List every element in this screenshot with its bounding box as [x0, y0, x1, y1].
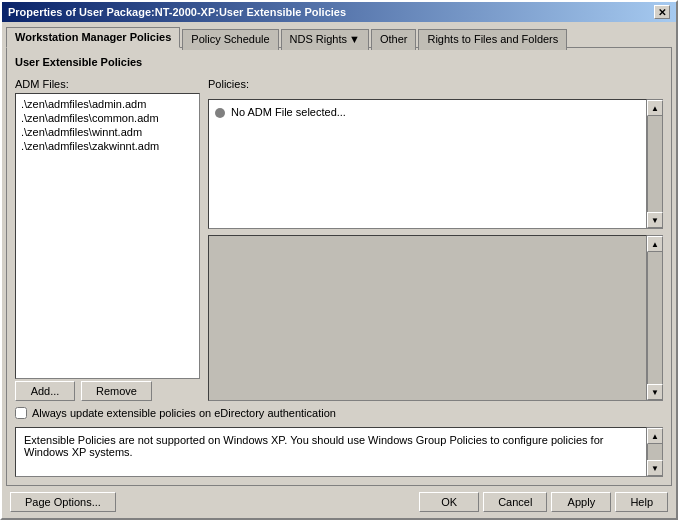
- page-options-button[interactable]: Page Options...: [10, 492, 116, 512]
- tab-policy-schedule[interactable]: Policy Schedule: [182, 29, 278, 50]
- details-scrollbar[interactable]: ▲ ▼: [647, 235, 663, 401]
- details-box: [208, 235, 647, 401]
- policies-label: Policies:: [208, 78, 663, 90]
- panels-row: ADM Files: .\zen\admfiles\admin.adm .\ze…: [15, 78, 663, 401]
- no-adm-text: No ADM File selected...: [231, 106, 346, 118]
- list-item[interactable]: .\zen\admfiles\winnt.adm: [19, 125, 196, 139]
- info-scroll-track: [648, 444, 662, 460]
- adm-files-panel: ADM Files: .\zen\admfiles\admin.adm .\ze…: [15, 78, 200, 401]
- adm-files-list[interactable]: .\zen\admfiles\admin.adm .\zen\admfiles\…: [15, 93, 200, 379]
- details-scroll-track: [648, 252, 662, 384]
- title-bar: Properties of User Package:NT-2000-XP:Us…: [2, 2, 676, 22]
- window-title: Properties of User Package:NT-2000-XP:Us…: [8, 6, 346, 18]
- tab-workstation-manager[interactable]: Workstation Manager Policies: [6, 27, 180, 48]
- bottom-buttons: OK Cancel Apply Help: [419, 492, 668, 512]
- scroll-up-button[interactable]: ▲: [647, 100, 663, 116]
- info-box-wrapper: Extensible Policies are not supported on…: [15, 427, 663, 477]
- bottom-bar: Page Options... OK Cancel Apply Help: [2, 486, 676, 518]
- tab-rights-files[interactable]: Rights to Files and Folders: [418, 29, 567, 50]
- help-button[interactable]: Help: [615, 492, 668, 512]
- info-box: Extensible Policies are not supported on…: [15, 427, 647, 477]
- details-scroll-up[interactable]: ▲: [647, 236, 663, 252]
- dropdown-arrow-icon: ▼: [349, 33, 360, 45]
- adm-files-label: ADM Files:: [15, 78, 200, 90]
- scroll-down-button[interactable]: ▼: [647, 212, 663, 228]
- scroll-track: [648, 116, 662, 212]
- policies-scrollbar[interactable]: ▲ ▼: [647, 99, 663, 229]
- apply-button[interactable]: Apply: [551, 492, 611, 512]
- checkbox-row: Always update extensible policies on eDi…: [15, 407, 663, 419]
- ok-button[interactable]: OK: [419, 492, 479, 512]
- info-scroll-down[interactable]: ▼: [647, 460, 663, 476]
- remove-button[interactable]: Remove: [81, 381, 152, 401]
- adm-buttons-row: Add... Remove: [15, 381, 200, 401]
- cancel-button[interactable]: Cancel: [483, 492, 547, 512]
- policies-panel: Policies: No ADM File selected... ▲ ▼: [208, 78, 663, 401]
- info-scroll-up[interactable]: ▲: [647, 428, 663, 444]
- add-button[interactable]: Add...: [15, 381, 75, 401]
- list-item[interactable]: .\zen\admfiles\zakwinnt.adm: [19, 139, 196, 153]
- title-bar-buttons: ✕: [654, 5, 670, 19]
- close-button[interactable]: ✕: [654, 5, 670, 19]
- list-item[interactable]: .\zen\admfiles\common.adm: [19, 111, 196, 125]
- subtab-label: User Extensible Policies: [15, 56, 663, 68]
- info-scrollbar[interactable]: ▲ ▼: [647, 427, 663, 477]
- checkbox-label: Always update extensible policies on eDi…: [32, 407, 336, 419]
- tab-bar: Workstation Manager Policies Policy Sche…: [2, 22, 676, 47]
- info-text: Extensible Policies are not supported on…: [24, 434, 603, 458]
- main-window: Properties of User Package:NT-2000-XP:Us…: [0, 0, 678, 520]
- tab-other[interactable]: Other: [371, 29, 417, 50]
- update-checkbox[interactable]: [15, 407, 27, 419]
- no-file-indicator: [215, 108, 225, 118]
- content-area: User Extensible Policies ADM Files: .\ze…: [6, 47, 672, 486]
- tab-nds-rights[interactable]: NDS Rights ▼: [281, 29, 369, 50]
- details-scroll-down[interactable]: ▼: [647, 384, 663, 400]
- details-box-wrapper: ▲ ▼: [208, 235, 663, 401]
- list-item[interactable]: .\zen\admfiles\admin.adm: [19, 97, 196, 111]
- policies-box-wrapper: No ADM File selected... ▲ ▼: [208, 99, 663, 229]
- policies-list[interactable]: No ADM File selected...: [208, 99, 647, 229]
